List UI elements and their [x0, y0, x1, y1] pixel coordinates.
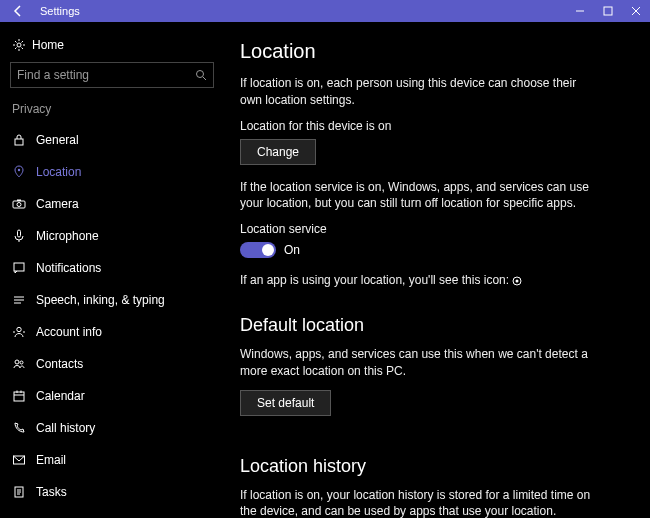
location-intro: If location is on, each person using thi… [240, 75, 600, 109]
section-label: Privacy [0, 102, 224, 124]
change-button[interactable]: Change [240, 139, 316, 165]
sidebar-item-label: Email [36, 453, 66, 467]
sidebar-item-calendar[interactable]: Calendar [0, 380, 224, 412]
location-history-heading: Location history [240, 456, 622, 477]
sidebar-item-account[interactable]: Account info [0, 316, 224, 348]
home-button[interactable]: Home [0, 34, 224, 62]
svg-point-6 [18, 169, 20, 171]
window-title: Settings [36, 5, 566, 17]
sidebar-item-camera[interactable]: Camera [0, 188, 224, 220]
window-controls [566, 0, 650, 22]
lock-icon [12, 133, 36, 147]
sidebar-item-microphone[interactable]: Microphone [0, 220, 224, 252]
speech-icon [12, 293, 36, 307]
svg-rect-15 [14, 392, 24, 401]
email-icon [12, 453, 36, 467]
search-box[interactable] [10, 62, 214, 88]
tasks-icon [12, 485, 36, 499]
svg-rect-11 [14, 263, 24, 271]
svg-point-3 [197, 71, 204, 78]
location-service-toggle[interactable] [240, 242, 276, 258]
search-icon [195, 69, 207, 81]
svg-point-22 [516, 280, 519, 283]
svg-rect-10 [18, 230, 21, 237]
svg-point-12 [17, 327, 21, 331]
sidebar-item-label: Microphone [36, 229, 99, 243]
location-in-use-icon [512, 276, 522, 286]
sidebar-item-label: Camera [36, 197, 79, 211]
location-icon [12, 165, 36, 179]
sidebar-item-label: Tasks [36, 485, 67, 499]
svg-point-8 [17, 203, 21, 207]
maximize-icon [603, 6, 613, 16]
notifications-icon [12, 261, 36, 275]
sidebar-item-label: Location [36, 165, 81, 179]
svg-point-13 [15, 360, 19, 364]
calendar-icon [12, 389, 36, 403]
sidebar-item-label: Account info [36, 325, 102, 339]
camera-icon [12, 197, 36, 211]
sidebar: Home Privacy General Location Camera Mic… [0, 22, 224, 518]
main-panel: Location If location is on, each person … [224, 22, 650, 518]
home-label: Home [32, 38, 64, 52]
arrow-left-icon [11, 4, 25, 18]
back-button[interactable] [0, 0, 36, 22]
phone-icon [12, 421, 36, 435]
sidebar-item-contacts[interactable]: Contacts [0, 348, 224, 380]
icon-note: If an app is using your location, you'll… [240, 272, 600, 289]
svg-line-4 [203, 77, 206, 80]
minimize-button[interactable] [566, 0, 594, 22]
svg-point-14 [20, 361, 23, 364]
sidebar-item-general[interactable]: General [0, 124, 224, 156]
toggle-knob [262, 244, 274, 256]
sidebar-item-speech[interactable]: Speech, inking, & typing [0, 284, 224, 316]
sidebar-item-label: Calendar [36, 389, 85, 403]
sidebar-item-tasks[interactable]: Tasks [0, 476, 224, 508]
svg-point-2 [17, 43, 21, 47]
sidebar-item-label: Speech, inking, & typing [36, 293, 165, 307]
sidebar-item-label: Call history [36, 421, 95, 435]
toggle-state-label: On [284, 243, 300, 257]
sidebar-item-label: General [36, 133, 79, 147]
service-label: Location service [240, 222, 622, 236]
titlebar: Settings [0, 0, 650, 22]
sidebar-item-notifications[interactable]: Notifications [0, 252, 224, 284]
close-icon [631, 6, 641, 16]
svg-rect-9 [17, 200, 21, 202]
sidebar-item-location[interactable]: Location [0, 156, 224, 188]
sidebar-item-label: Notifications [36, 261, 101, 275]
account-icon [12, 325, 36, 339]
default-location-heading: Default location [240, 315, 622, 336]
contacts-icon [12, 357, 36, 371]
service-intro: If the location service is on, Windows, … [240, 179, 600, 213]
page-title: Location [240, 40, 622, 63]
maximize-button[interactable] [594, 0, 622, 22]
device-status-label: Location for this device is on [240, 119, 622, 133]
default-location-desc: Windows, apps, and services can use this… [240, 346, 600, 380]
location-history-desc: If location is on, your location history… [240, 487, 600, 518]
sidebar-item-email[interactable]: Email [0, 444, 224, 476]
sidebar-item-callhistory[interactable]: Call history [0, 412, 224, 444]
close-button[interactable] [622, 0, 650, 22]
svg-rect-5 [15, 139, 23, 145]
gear-icon [12, 38, 32, 52]
sidebar-item-label: Contacts [36, 357, 83, 371]
set-default-button[interactable]: Set default [240, 390, 331, 416]
minimize-icon [575, 6, 585, 16]
svg-rect-1 [604, 7, 612, 15]
search-input[interactable] [17, 68, 195, 82]
microphone-icon [12, 229, 36, 243]
